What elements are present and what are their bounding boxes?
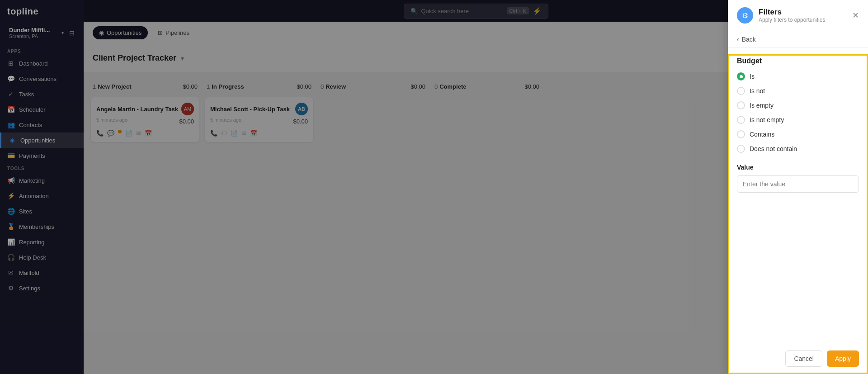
filter-panel-header: ⚙ Filters Apply filters to opportunities… (728, 0, 868, 31)
option-label-is-not: Is not (750, 87, 765, 95)
filter-body: Budget Is Is not Is empty Is not empty (728, 48, 868, 343)
radio-is (737, 72, 745, 80)
filter-option-is[interactable]: Is (737, 72, 859, 80)
value-section-title: Value (737, 164, 859, 171)
back-label: Back (742, 36, 756, 43)
option-label-is: Is (750, 73, 755, 80)
filter-panel: ⚙ Filters Apply filters to opportunities… (728, 0, 868, 374)
radio-does-not-contain (737, 145, 745, 153)
close-filter-button[interactable]: ✕ (852, 11, 859, 19)
filter-option-does-not-contain[interactable]: Does not contain (737, 145, 859, 153)
filter-option-is-not-empty[interactable]: Is not empty (737, 116, 859, 124)
filter-subtitle: Apply filters to opportunities (759, 17, 825, 23)
modal-overlay[interactable]: ⚙ Filters Apply filters to opportunities… (0, 0, 868, 374)
filter-option-is-empty[interactable]: Is empty (737, 101, 859, 109)
filter-title: Filters (759, 8, 825, 17)
filter-icon: ⚙ (737, 7, 753, 24)
radio-is-not-empty (737, 116, 745, 124)
radio-is-empty (737, 101, 745, 109)
radio-is-not (737, 87, 745, 95)
radio-contains (737, 130, 745, 138)
filter-option-is-not[interactable]: Is not (737, 87, 859, 95)
back-chevron-icon: ‹ (737, 36, 739, 43)
filter-funnel-icon: ⚙ (742, 11, 748, 20)
filter-options-group: Is Is not Is empty Is not empty Contains (737, 72, 859, 153)
budget-section-title: Budget (737, 57, 859, 65)
cancel-filter-button[interactable]: Cancel (785, 350, 822, 367)
value-input-field[interactable] (737, 175, 859, 193)
arrow-annotation (0, 118, 9, 172)
option-label-is-not-empty: Is not empty (750, 116, 784, 123)
filter-footer: Cancel Apply (728, 343, 868, 374)
back-button[interactable]: ‹ Back (728, 31, 868, 48)
filter-title-group: Filters Apply filters to opportunities (759, 8, 825, 23)
apply-filter-button[interactable]: Apply (827, 350, 859, 367)
option-label-does-not-contain: Does not contain (750, 145, 797, 152)
option-label-contains: Contains (750, 131, 774, 138)
option-label-is-empty: Is empty (750, 102, 774, 109)
filter-option-contains[interactable]: Contains (737, 130, 859, 138)
